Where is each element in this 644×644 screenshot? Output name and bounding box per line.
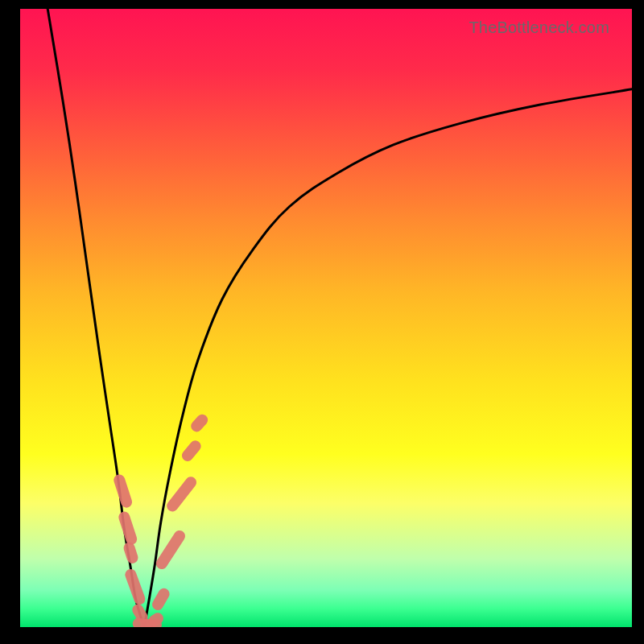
svg-rect-10: [164, 474, 198, 514]
marker-10: [164, 474, 198, 514]
chart-svg: [20, 9, 632, 627]
plot-area: TheBottleneck.com: [20, 9, 632, 627]
svg-rect-12: [188, 412, 210, 434]
svg-rect-8: [150, 586, 171, 612]
curve-right-branch: [144, 89, 632, 627]
marker-0: [112, 473, 133, 510]
marker-12: [188, 412, 210, 434]
svg-rect-1: [118, 510, 138, 547]
marker-2: [122, 541, 140, 565]
marker-1: [118, 510, 138, 547]
marker-8: [150, 586, 171, 612]
svg-rect-2: [122, 541, 140, 565]
svg-rect-3: [123, 568, 147, 606]
chart-frame: TheBottleneck.com: [0, 0, 644, 644]
marker-3: [123, 568, 147, 606]
svg-rect-11: [180, 438, 203, 463]
marker-11: [180, 438, 203, 463]
svg-rect-0: [112, 473, 133, 510]
